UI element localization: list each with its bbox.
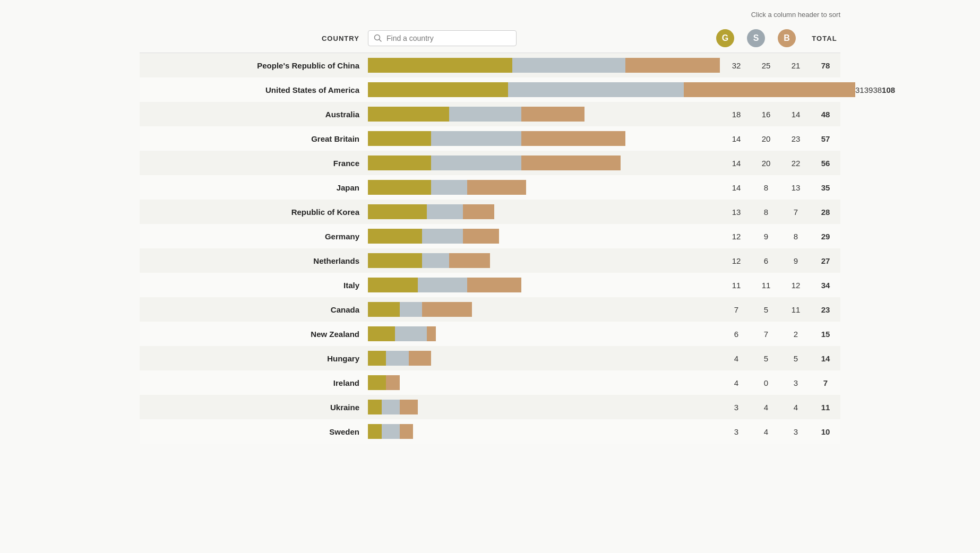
medal-headers: G S B TOTAL <box>716 29 840 47</box>
bronze-count: 23 <box>781 134 811 143</box>
bronze-count: 22 <box>781 159 811 168</box>
gold-bar <box>368 400 382 414</box>
silver-count: 8 <box>751 208 781 217</box>
gold-count: 4 <box>721 378 751 387</box>
gold-header-badge[interactable]: G <box>716 29 734 47</box>
country-name: Canada <box>140 305 368 314</box>
silver-count: 11 <box>751 281 781 290</box>
medal-bar <box>368 253 721 268</box>
gold-bar <box>368 82 508 97</box>
table-header: COUNTRY G S B TOTAL <box>140 24 840 53</box>
bronze-count: 4 <box>781 403 811 412</box>
bronze-count: 8 <box>781 232 811 241</box>
table-row: United States of America 31 39 38 108 <box>140 77 840 102</box>
search-input[interactable] <box>386 34 493 42</box>
bronze-bar <box>521 107 584 122</box>
bronze-bar <box>400 424 414 439</box>
silver-count: 9 <box>751 232 781 241</box>
country-name: Ukraine <box>140 403 368 412</box>
country-name: Italy <box>140 281 368 290</box>
silver-count: 6 <box>751 256 781 265</box>
silver-count: 5 <box>751 354 781 363</box>
search-container <box>368 30 716 46</box>
country-name: Australia <box>140 110 368 119</box>
bronze-count: 2 <box>781 330 811 339</box>
silver-count: 0 <box>751 378 781 387</box>
total-count: 108 <box>882 85 895 94</box>
medal-bar <box>368 107 721 122</box>
bronze-count: 14 <box>781 110 811 119</box>
total-column-header[interactable]: TOTAL <box>809 34 840 42</box>
bronze-count: 5 <box>781 354 811 363</box>
country-name: Netherlands <box>140 256 368 265</box>
gold-count: 14 <box>721 183 751 192</box>
gold-count: 12 <box>721 256 751 265</box>
table-row: Hungary 4 5 5 14 <box>140 346 840 370</box>
bronze-count: 3 <box>781 427 811 436</box>
bronze-bar <box>467 278 521 292</box>
silver-bar <box>431 180 467 195</box>
silver-bar <box>449 107 521 122</box>
bronze-bar <box>427 326 436 341</box>
silver-bar <box>508 82 684 97</box>
search-icon <box>374 34 382 42</box>
sort-hint: Click a column header to sort <box>140 11 840 19</box>
country-column-header[interactable]: COUNTRY <box>140 34 368 42</box>
table-row: Canada 7 5 11 23 <box>140 297 840 322</box>
table-row: Sweden 3 4 3 10 <box>140 419 840 444</box>
medal-bar <box>368 302 721 317</box>
bronze-bar <box>521 131 625 146</box>
bronze-header-badge[interactable]: B <box>778 29 796 47</box>
medal-bar <box>368 204 721 219</box>
total-count: 29 <box>811 232 840 241</box>
gold-bar <box>368 107 449 122</box>
silver-bar <box>395 326 427 341</box>
gold-bar <box>368 253 422 268</box>
silver-count: 7 <box>751 330 781 339</box>
country-name: Japan <box>140 183 368 192</box>
total-count: 10 <box>811 427 840 436</box>
silver-count: 5 <box>751 305 781 314</box>
silver-bar <box>422 253 449 268</box>
total-count: 15 <box>811 330 840 339</box>
medal-bar <box>368 351 721 366</box>
table-row: People's Republic of China 32 25 21 78 <box>140 53 840 77</box>
table-row: Australia 18 16 14 48 <box>140 102 840 126</box>
silver-count: 16 <box>751 110 781 119</box>
bronze-bar <box>409 351 432 366</box>
gold-bar <box>368 229 422 244</box>
silver-bar <box>382 400 400 414</box>
bronze-bar <box>463 229 499 244</box>
country-name: Great Britain <box>140 134 368 143</box>
country-name: New Zealand <box>140 330 368 339</box>
total-count: 57 <box>811 134 840 143</box>
silver-bar <box>422 229 463 244</box>
gold-count: 12 <box>721 232 751 241</box>
gold-count: 31 <box>855 85 864 94</box>
medal-bar <box>368 278 721 292</box>
silver-count: 8 <box>751 183 781 192</box>
total-count: 28 <box>811 208 840 217</box>
gold-bar <box>368 302 400 317</box>
table-row: Japan 14 8 13 35 <box>140 175 840 200</box>
silver-bar <box>382 424 400 439</box>
bronze-count: 11 <box>781 305 811 314</box>
svg-line-1 <box>380 40 382 42</box>
table-row: New Zealand 6 7 2 15 <box>140 322 840 346</box>
country-name: France <box>140 159 368 168</box>
country-name: People's Republic of China <box>140 61 368 70</box>
gold-count: 18 <box>721 110 751 119</box>
country-name: Sweden <box>140 427 368 436</box>
gold-bar <box>368 58 512 73</box>
silver-header-badge[interactable]: S <box>747 29 765 47</box>
bronze-count: 7 <box>781 208 811 217</box>
silver-bar <box>427 204 463 219</box>
gold-count: 3 <box>721 427 751 436</box>
silver-count: 20 <box>751 134 781 143</box>
country-name: Ireland <box>140 378 368 387</box>
medal-bar <box>368 400 721 414</box>
gold-count: 13 <box>721 208 751 217</box>
gold-bar <box>368 278 418 292</box>
medal-bar <box>368 229 721 244</box>
gold-bar <box>368 351 386 366</box>
